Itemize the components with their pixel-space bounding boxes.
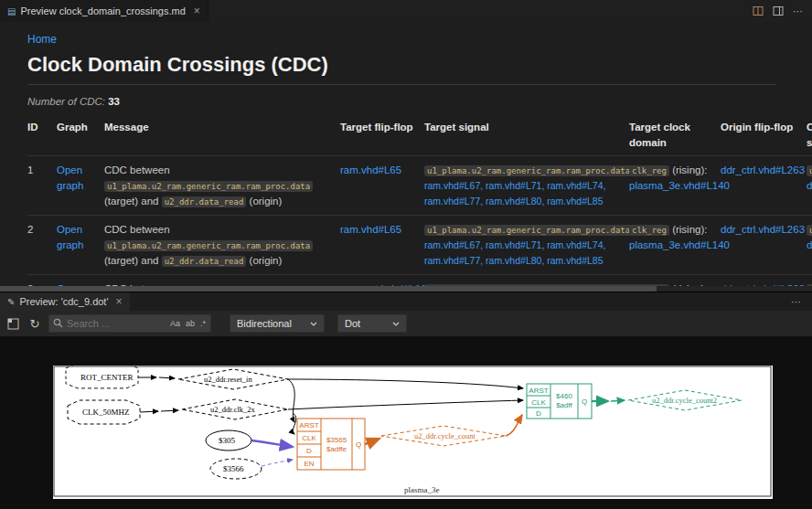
- input1-label: ROT_CENTER: [80, 373, 134, 382]
- refresh-icon[interactable]: ↻: [27, 315, 43, 332]
- ff1-port-arst: ARST: [299, 421, 318, 429]
- pen-icon: ✎: [7, 297, 15, 307]
- graph-canvas[interactable]: plasma_3e ROT_CENTER CLK_50MHZ u2_ddr.re…: [53, 366, 773, 499]
- row-message: CDC between u1_plama.u2_ram.generic_ram.…: [104, 163, 333, 208]
- row-origin-signal: u2_ddr.data_read: ddr_ctrl.vhd#L279: [807, 222, 812, 268]
- match-case-icon[interactable]: Aa: [169, 319, 181, 328]
- split-editor-icon[interactable]: [773, 5, 784, 16]
- search-input[interactable]: [67, 318, 166, 329]
- col-origin-signal: Origin signal: [807, 120, 812, 150]
- cdc-table: ID Graph Message Target flip-flop Target…: [27, 116, 812, 292]
- table-row: 2 Open graph CDC between u1_plama.u2_ram…: [27, 215, 812, 274]
- ff1-type: $adffe: [326, 445, 347, 453]
- const1-label: $305: [219, 436, 236, 445]
- row-target-clock: clk_reg (rising): plasma_3e.vhd#L140: [629, 222, 713, 268]
- ff2-port-clk: CLK: [531, 398, 546, 407]
- row-target-signal: u1_plama.u2_ram.generic_ram.ram_proc.dat…: [424, 222, 622, 268]
- search-icon: [53, 315, 63, 332]
- direction-select[interactable]: Bidirectional: [230, 314, 325, 333]
- scrollbar-thumb[interactable]: [0, 286, 657, 292]
- home-link[interactable]: Home: [27, 33, 57, 46]
- ff1-port-en: EN: [304, 460, 314, 468]
- target-ff-link[interactable]: ram.vhd#L65: [340, 224, 401, 235]
- row-id: 1: [27, 163, 49, 208]
- origin-signal-link[interactable]: ddr_ctrl.vhd#L279: [807, 239, 812, 250]
- msg-mid: (target) and: [104, 196, 158, 207]
- clock-code: clk_reg: [629, 225, 669, 236]
- ff1-port-clk: CLK: [302, 434, 316, 442]
- msg-mid: (target) and: [104, 255, 158, 266]
- more-actions-icon[interactable]: ⋯: [793, 5, 803, 17]
- ff2-name: $460: [556, 392, 572, 400]
- chevron-down-icon: [310, 322, 317, 326]
- engine-value: Dot: [345, 318, 360, 329]
- editor-panel: ▤ Preview clock_domain_crossings.md × ⋯ …: [0, 0, 812, 292]
- msg-prefix: CDC between: [104, 224, 170, 235]
- clock-link[interactable]: plasma_3e.vhd#L140: [629, 239, 730, 250]
- markdown-preview-body: Home Clock Domain Crossings (CDC) Number…: [0, 22, 812, 292]
- msg-target-code: u1_plama.u2_ram.generic_ram.ram_proc.dat…: [104, 181, 313, 192]
- net-cycle2-label: u2_ddr.cycle_count2: [652, 396, 717, 405]
- open-preview-icon[interactable]: [753, 5, 764, 16]
- origin-signal-code: u2_ddr.data_read:: [807, 225, 812, 236]
- tab-label: Preview clock_domain_crossings.md: [20, 5, 185, 16]
- close-icon[interactable]: ×: [194, 5, 200, 17]
- cluster-border: [54, 366, 771, 496]
- origin-signal-link[interactable]: ddr_ctrl.vhd#L279: [807, 180, 812, 191]
- msg-origin-code: u2_ddr.data_read: [162, 196, 247, 207]
- open-graph-link[interactable]: Open graph: [57, 224, 83, 250]
- col-graph: Graph: [57, 120, 97, 150]
- editor-tabbar: ▤ Preview clock_domain_crossings.md × ⋯: [0, 0, 812, 22]
- tab-label: Preview: 'cdc_9.dot': [19, 296, 108, 307]
- row-target-clock: clk_reg (rising): plasma_3e.vhd#L140: [629, 163, 713, 208]
- regex-icon[interactable]: .*: [199, 319, 207, 328]
- clock-note: (rising):: [672, 224, 707, 235]
- net-cycle-label: u2_ddr.cycle_count: [414, 431, 475, 440]
- const2-label: $3566: [223, 464, 244, 473]
- origin-ff-link[interactable]: ddr_ctrl.vhd#L263: [721, 164, 805, 175]
- ff2-port-d: D: [536, 409, 541, 418]
- close-icon[interactable]: ×: [116, 295, 123, 308]
- origin-ff-link[interactable]: ddr_ctrl.vhd#L263: [721, 224, 805, 235]
- cluster-label: plasma_3e: [404, 485, 440, 494]
- clock-link[interactable]: plasma_3e.vhd#L140: [629, 180, 730, 191]
- col-id: ID: [27, 120, 49, 150]
- markdown-preview-icon: ▤: [7, 6, 16, 16]
- open-graph-link[interactable]: Open graph: [57, 164, 83, 191]
- tab-markdown-preview[interactable]: ▤ Preview clock_domain_crossings.md ×: [0, 0, 208, 22]
- target-signal-links[interactable]: ram.vhd#L67, ram.vhd#L71, ram.vhd#L74, r…: [424, 180, 605, 207]
- clock-code: clk_reg: [629, 165, 669, 176]
- table-header-row: ID Graph Message Target flip-flop Target…: [27, 116, 812, 155]
- engine-select[interactable]: Dot: [337, 314, 407, 333]
- ff2-port-q: Q: [582, 398, 587, 406]
- export-image-icon[interactable]: [5, 315, 21, 332]
- clock-note: (rising):: [672, 164, 707, 175]
- ff2-port-arst: ARST: [529, 387, 548, 395]
- target-signal-links[interactable]: ram.vhd#L67, ram.vhd#L71, ram.vhd#L74, r…: [424, 239, 605, 266]
- net-reset-label: u2_ddr.reset_in: [204, 375, 252, 384]
- cdc-count: Number of CDC: 33: [27, 96, 812, 107]
- cdc-count-label: Number of CDC:: [27, 96, 105, 107]
- col-message: Message: [104, 120, 333, 150]
- tab-dot-preview[interactable]: ✎ Preview: 'cdc_9.dot' ×: [0, 292, 130, 311]
- search-box: Aa ab .*: [48, 314, 211, 333]
- ff1-port-d: D: [306, 447, 312, 455]
- row-origin-signal: u2_ddr.data_read: ddr_ctrl.vhd#L279: [807, 163, 812, 208]
- col-origin-ff: Origin flip-flop: [721, 120, 799, 150]
- graph-tabbar: ✎ Preview: 'cdc_9.dot' × ⋯: [0, 292, 812, 311]
- graph-toolbar: ↻ Aa ab .* Bidirectional Dot: [0, 311, 812, 336]
- table-row: 1 Open graph CDC between u1_plama.u2_ram…: [27, 155, 812, 215]
- row-target-signal: u1_plama.u2_ram.generic_ram.ram_proc.dat…: [424, 163, 622, 208]
- net-clk2x-label: u2_ddr.clk_2x: [210, 405, 256, 414]
- more-actions-icon[interactable]: ⋯: [791, 296, 812, 308]
- page-title: Clock Domain Crossings (CDC): [27, 53, 775, 85]
- input2-label: CLK_50MHZ: [82, 408, 130, 417]
- ff1-port-q: Q: [356, 440, 361, 449]
- msg-origin-code: u2_ddr.data_read: [162, 256, 247, 267]
- origin-signal-code: u2_ddr.data_read:: [807, 165, 812, 176]
- msg-target-code: u1_plama.u2_ram.generic_ram.ram_proc.dat…: [104, 240, 313, 251]
- target-ff-link[interactable]: ram.vhd#L65: [340, 164, 401, 175]
- msg-suffix: (origin): [250, 255, 283, 266]
- graph-panel: ✎ Preview: 'cdc_9.dot' × ⋯ ↻ Aa ab .* Bi…: [0, 292, 812, 509]
- whole-word-icon[interactable]: ab: [185, 319, 196, 328]
